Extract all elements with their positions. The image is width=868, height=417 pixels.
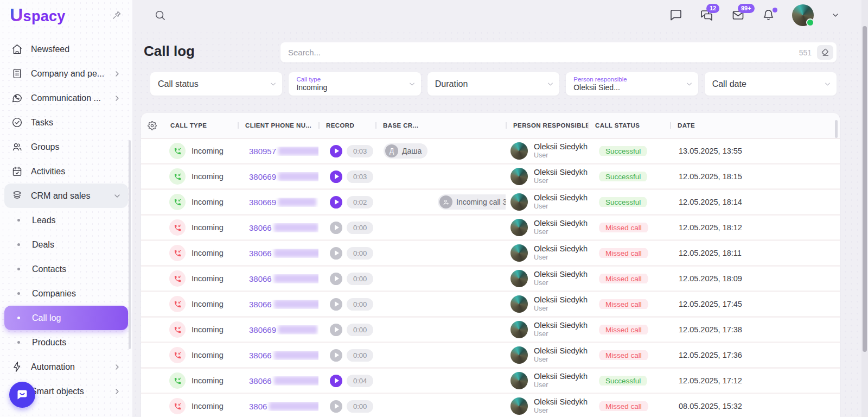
person-avatar bbox=[510, 346, 528, 364]
person-responsible-cell[interactable]: Oleksii Siedykh User bbox=[506, 219, 588, 236]
sidebar-item-call-log[interactable]: Call log bbox=[4, 306, 128, 330]
bell-icon[interactable] bbox=[762, 9, 775, 22]
column-header[interactable]: RECORD bbox=[318, 122, 375, 129]
person-responsible-cell[interactable]: Oleksii Siedykh User bbox=[506, 321, 588, 338]
client-phone-link[interactable]: 380669 bbox=[238, 325, 318, 334]
column-header[interactable]: CALL STATUS bbox=[588, 122, 670, 129]
uspacy-logo[interactable]: U spacy bbox=[10, 5, 66, 25]
client-phone-link[interactable]: 38066 bbox=[238, 351, 318, 360]
table-row[interactable]: Incoming 380957 0:03 Д Даша Oleksii Sied… bbox=[141, 139, 840, 163]
column-header[interactable]: CALL TYPE bbox=[163, 122, 238, 129]
comment-icon[interactable] bbox=[669, 9, 682, 22]
sidebar-item-newsfeed[interactable]: Newsfeed bbox=[4, 37, 128, 61]
client-phone-link[interactable]: 380957 bbox=[238, 147, 318, 156]
client-phone-link[interactable]: 38066 bbox=[238, 249, 318, 258]
sidebar-item-activities[interactable]: Activities bbox=[4, 159, 128, 184]
redacted-phone-blur bbox=[278, 325, 317, 334]
column-header[interactable]: BASE CR... bbox=[375, 122, 506, 129]
table-row[interactable]: Incoming 38066 0:00 Oleksii Siedykh User… bbox=[141, 292, 840, 316]
play-record-button[interactable] bbox=[330, 273, 342, 285]
filter-person-responsible[interactable]: Person responsible Oleksii Sied... bbox=[566, 72, 698, 96]
play-record-button[interactable] bbox=[330, 400, 342, 413]
page-scrollbar[interactable] bbox=[861, 0, 868, 417]
support-chat-button[interactable] bbox=[9, 382, 35, 408]
client-phone-link[interactable]: 38066 bbox=[238, 300, 318, 309]
user-avatar[interactable] bbox=[792, 4, 814, 26]
sidebar-item-automation[interactable]: Automation bbox=[4, 355, 128, 379]
sidebar-item-leads[interactable]: Leads bbox=[4, 208, 128, 232]
sidebar-item-groups[interactable]: Groups bbox=[4, 135, 128, 159]
play-record-button[interactable] bbox=[330, 375, 342, 387]
table-row[interactable]: Incoming 3806 0:00 Oleksii Siedykh User … bbox=[141, 394, 840, 417]
sidebar-item-label: Smart objects bbox=[31, 387, 84, 396]
sidebar-scrollbar[interactable] bbox=[129, 140, 131, 349]
person-responsible-cell[interactable]: Oleksii Siedykh User bbox=[506, 397, 588, 415]
pin-sidebar-icon[interactable] bbox=[112, 10, 122, 20]
filter-call-type[interactable]: Call type Incoming bbox=[289, 72, 420, 96]
table-scrollbar-thumb[interactable] bbox=[835, 120, 838, 138]
table-row[interactable]: Incoming 38066 0:00 Oleksii Siedykh User… bbox=[141, 343, 840, 367]
person-avatar bbox=[510, 244, 528, 262]
table-row[interactable]: Incoming 38066 0:04 Oleksii Siedykh User… bbox=[141, 369, 840, 393]
mail-icon[interactable]: 99+ bbox=[731, 9, 745, 22]
client-phone-link[interactable]: 38066 bbox=[238, 274, 318, 283]
sidebar-item-deals[interactable]: Deals bbox=[4, 232, 128, 257]
filter-duration[interactable]: Duration bbox=[427, 72, 559, 96]
person-responsible-cell[interactable]: Oleksii Siedykh User bbox=[506, 244, 588, 262]
play-record-button[interactable] bbox=[330, 349, 342, 362]
person-role: User bbox=[534, 151, 588, 160]
client-phone-link[interactable]: 38066 bbox=[238, 376, 318, 386]
table-row[interactable]: Incoming 380669 0:00 Oleksii Siedykh Use… bbox=[141, 318, 840, 342]
sidebar-item-products[interactable]: Products bbox=[4, 330, 128, 355]
sidebar-item-company-and-people[interactable]: Company and pe... bbox=[4, 61, 128, 86]
search-input[interactable] bbox=[288, 48, 799, 57]
person-responsible-cell[interactable]: Oleksii Siedykh User bbox=[506, 142, 588, 160]
filter-label: Call type bbox=[296, 76, 404, 83]
global-search-icon[interactable] bbox=[154, 9, 166, 21]
table-row[interactable]: Incoming 38066 0:00 Oleksii Siedykh User… bbox=[141, 267, 840, 290]
sidebar-item-contacts[interactable]: Contacts bbox=[4, 257, 128, 281]
person-responsible-cell[interactable]: Oleksii Siedykh User bbox=[506, 372, 588, 389]
play-record-button[interactable] bbox=[330, 222, 342, 234]
chats-icon[interactable]: 12 bbox=[700, 9, 714, 22]
table-row[interactable]: Incoming 380669 0:03 Oleksii Siedykh Use… bbox=[141, 165, 840, 188]
page-title: Call log bbox=[144, 43, 195, 60]
incoming-call-icon bbox=[169, 296, 186, 312]
play-record-button[interactable] bbox=[330, 145, 342, 157]
filter-call-status[interactable]: Call status bbox=[150, 72, 282, 96]
call-type-label: Incoming bbox=[192, 325, 224, 334]
column-header[interactable]: PERSON RESPONSIBLE bbox=[506, 122, 588, 129]
column-header[interactable]: DATE bbox=[670, 122, 840, 129]
client-phone-link[interactable]: 380669 bbox=[238, 198, 318, 207]
play-record-button[interactable] bbox=[330, 247, 342, 260]
sidebar-item-crm-and-sales[interactable]: CRM and sales bbox=[4, 184, 128, 208]
page-scrollbar-thumb[interactable] bbox=[863, 26, 867, 352]
column-header[interactable]: CLIENT PHONE NU... bbox=[238, 122, 318, 129]
person-responsible-cell[interactable]: Oleksii Siedykh User bbox=[506, 295, 588, 313]
play-record-button[interactable] bbox=[330, 196, 342, 208]
table-settings-gear-icon[interactable] bbox=[141, 121, 163, 130]
client-phone-link[interactable]: 38066 bbox=[238, 223, 318, 232]
filter-call-date[interactable]: Call date bbox=[705, 72, 837, 96]
table-row[interactable]: Incoming 38066 0:00 Oleksii Siedykh User… bbox=[141, 241, 840, 265]
play-record-button[interactable] bbox=[330, 324, 342, 336]
sidebar-item-tasks[interactable]: Tasks bbox=[4, 110, 128, 135]
phone-number: 380957 bbox=[249, 147, 276, 156]
play-record-button[interactable] bbox=[330, 170, 342, 183]
person-responsible-cell[interactable]: Oleksii Siedykh User bbox=[506, 346, 588, 364]
person-responsible-cell[interactable]: Oleksii Siedykh User bbox=[506, 168, 588, 185]
base-crm-chip[interactable]: Д Даша bbox=[384, 143, 427, 159]
table-row[interactable]: Incoming 38066 0:00 Oleksii Siedykh User… bbox=[141, 216, 840, 239]
play-icon bbox=[335, 148, 339, 154]
sidebar-item-companies[interactable]: Companies bbox=[4, 281, 128, 306]
client-phone-link[interactable]: 380669 bbox=[238, 172, 318, 181]
client-phone-link[interactable]: 3806 bbox=[238, 402, 318, 411]
person-responsible-cell[interactable]: Oleksii Siedykh User bbox=[506, 270, 588, 287]
base-crm-chip[interactable]: Incoming call 3 bbox=[438, 194, 506, 210]
account-menu-chevron-icon[interactable] bbox=[831, 11, 840, 20]
clear-search-button[interactable] bbox=[817, 45, 833, 60]
table-row[interactable]: Incoming 380669 0:02 Incoming call 3 Ole… bbox=[141, 190, 840, 214]
play-record-button[interactable] bbox=[330, 298, 342, 311]
person-responsible-cell[interactable]: Oleksii Siedykh User bbox=[506, 193, 588, 211]
sidebar-item-communication[interactable]: Communication ... bbox=[4, 86, 128, 110]
